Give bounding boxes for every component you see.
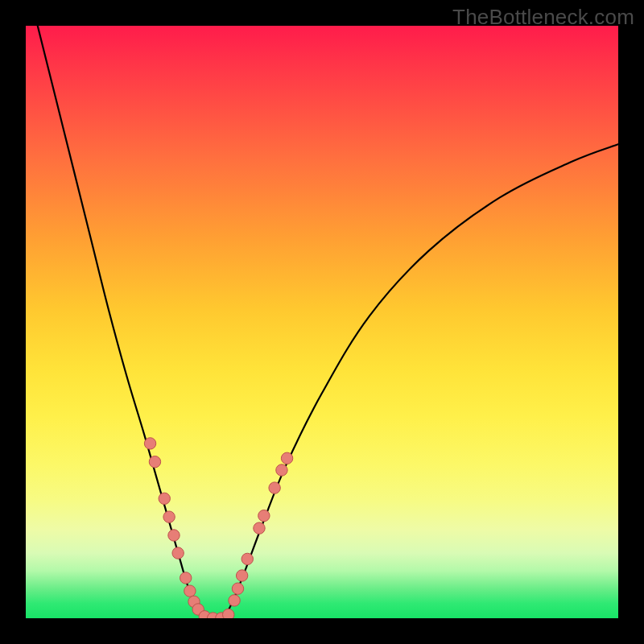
data-bead (149, 456, 160, 468)
data-bead (184, 585, 196, 597)
data-bead (180, 572, 192, 584)
bead-group (144, 438, 292, 618)
curve-right (225, 144, 618, 618)
data-bead (236, 570, 247, 581)
data-bead (168, 530, 180, 541)
data-bead (281, 452, 292, 464)
data-bead (223, 609, 234, 618)
data-bead (232, 583, 243, 594)
chart-svg (26, 26, 618, 618)
curve-left (38, 26, 207, 618)
stage: TheBottleneck.com (0, 0, 644, 644)
watermark-text: TheBottleneck.com (452, 5, 634, 30)
data-bead (258, 510, 270, 521)
data-bead (242, 553, 253, 564)
data-bead (163, 511, 175, 522)
data-bead (269, 482, 280, 493)
data-bead (276, 464, 287, 476)
data-bead (229, 595, 240, 606)
data-bead (144, 438, 155, 449)
data-bead (172, 547, 184, 559)
data-bead (159, 493, 170, 504)
plot-area (26, 26, 618, 618)
data-bead (254, 522, 265, 534)
